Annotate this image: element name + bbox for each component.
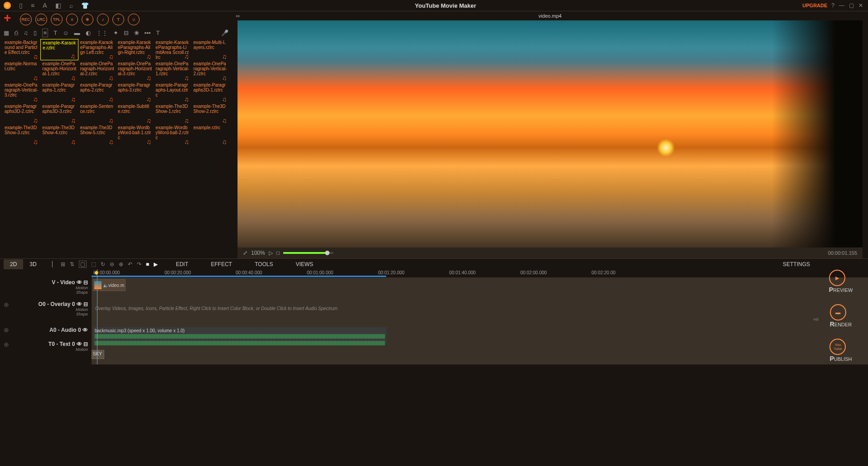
person-tool-icon[interactable]: ☺ — [128, 14, 140, 25]
media-item[interactable]: example-Paragraphs3D-3.rzlrc♫ — [40, 103, 78, 124]
layout-icon[interactable]: ▦ — [4, 29, 9, 36]
media-item[interactable]: example-Paragraphs-Layout.rzlrc♫ — [154, 82, 191, 103]
lyrics-filter-icon[interactable]: ≡ — [42, 29, 48, 37]
media-item[interactable]: example-Karaoke.rzlrc♫ — [40, 39, 78, 60]
video-clip[interactable]: 🔈video.m — [93, 279, 126, 291]
minimize-icon[interactable]: — — [838, 2, 846, 9]
bars-icon[interactable]: ▪▪▪ — [145, 29, 151, 36]
menu-tools[interactable]: TOOLS — [255, 261, 273, 267]
media-item[interactable]: example.rzlrc♫ — [192, 124, 229, 146]
rotate-icon[interactable]: ↻ — [101, 261, 105, 267]
text-clip[interactable]: SKY — [92, 350, 104, 359]
publish-action-icon[interactable]: YouTube — [829, 339, 846, 355]
align-left-icon[interactable]: ▏ — [52, 261, 56, 267]
add-button[interactable]: + — [4, 13, 16, 26]
media-item[interactable]: example-Paragraphs3D-1.rzlrc♫ — [192, 82, 229, 103]
media-item[interactable]: example-Multi-Layers.rzlrc♫ — [192, 39, 229, 60]
preview-action[interactable]: ▶ PREVIEW — [829, 270, 853, 293]
track-overlay-motion[interactable]: Motion — [9, 307, 88, 312]
redo-icon[interactable]: ↷ — [137, 261, 141, 267]
media-item[interactable]: example-The3DShow-1.rzlrc♫ — [154, 103, 191, 124]
media-item[interactable]: example-Paragraphs-3.rzlrc♫ — [116, 82, 154, 103]
tpl-button[interactable]: TPL — [51, 14, 63, 25]
media-item[interactable]: example-WordbyWord-ball-2.rzlrc♫ — [154, 124, 191, 146]
add-audio-track-icon[interactable]: ⊕ — [4, 326, 9, 334]
media-item[interactable]: example-Paragraphs3D-2.rzlrc♫ — [3, 103, 40, 124]
equalizer-tool-icon[interactable]: ♪ — [97, 14, 109, 25]
close-icon[interactable]: ✕ — [857, 2, 864, 9]
slider-icon[interactable]: ⊟ — [124, 29, 129, 36]
media-item[interactable]: example-OneParagraph-Horizontal-2.rzlrc♫ — [78, 60, 116, 82]
leaf-icon[interactable]: ❀ — [134, 29, 139, 36]
publish-action[interactable]: YouTube PUBLISH — [829, 339, 852, 362]
audio-clip[interactable]: backmusic.mp3 (speed x 1.00, volume x 1.… — [93, 327, 387, 345]
tab-3d[interactable]: 3D — [23, 259, 43, 269]
sparkle-icon[interactable]: ✦ — [113, 29, 118, 36]
help-icon[interactable]: ? — [830, 2, 836, 9]
media-item[interactable]: example-OneParagraph-Vertical-1.rzlrc♫ — [154, 60, 191, 82]
fullscreen-icon[interactable]: ⤢ — [243, 250, 247, 256]
media-item[interactable]: example-KaraokeParagraphs-LimitArea Scro… — [154, 39, 191, 60]
text-t-icon[interactable]: T — [156, 29, 160, 36]
menu-settings[interactable]: SETTINGS — [783, 261, 810, 267]
expand-icon[interactable]: ⇔ — [236, 13, 240, 19]
camera-icon[interactable]: ⎙ — [15, 29, 18, 36]
media-item[interactable]: example-Sentence.rzlrc♫ — [78, 103, 116, 124]
flower-tool-icon[interactable]: ✻ — [82, 14, 93, 25]
crop-icon[interactable]: ⬚ — [91, 261, 96, 267]
media-item[interactable]: example-Paragraphs-2.rzlrc♫ — [78, 82, 116, 103]
maximize-icon[interactable]: ▢ — [848, 2, 855, 9]
media-item[interactable]: example-OneParagraph-Vertical-2.rzlrc♫ — [192, 60, 229, 82]
menu-edit[interactable]: EDIT — [176, 261, 188, 267]
minus-icon[interactable]: ⊖ — [110, 261, 114, 267]
bullets-icon[interactable]: ⋮⋮ — [96, 29, 108, 36]
undo-icon[interactable]: ↶ — [128, 261, 132, 267]
music-note-icon[interactable]: ♫ — [24, 29, 28, 36]
battery-icon[interactable]: ▬ — [74, 29, 80, 36]
work-area[interactable] — [92, 276, 386, 277]
media-item[interactable]: example-The3DShow-5.rzlrc♫ — [78, 124, 116, 146]
render-action-icon[interactable]: ▬ — [830, 304, 846, 320]
menu-effect[interactable]: EFFECT — [211, 261, 232, 267]
rec-button[interactable]: REC — [20, 14, 32, 25]
mic-icon[interactable]: 🎤 — [221, 29, 228, 36]
zoom-level[interactable]: 100% — [251, 250, 265, 256]
media-item[interactable]: example-OneParagraph-Vertical-3.rzlrc♫ — [3, 82, 40, 103]
media-item[interactable]: example-Normal.rzlrc♫ — [3, 60, 40, 82]
stop-icon[interactable]: □ — [276, 250, 280, 256]
grid-view-icon[interactable]: ⊞ — [61, 261, 65, 267]
playhead-marker-icon[interactable]: ◆ — [94, 269, 98, 276]
add-overlay-track-icon[interactable]: ⊕ — [4, 301, 9, 308]
expand-right-icon[interactable]: ⇨ — [814, 316, 819, 323]
media-item[interactable]: example-The3DShow-4.rzlrc♫ — [40, 124, 78, 146]
text-tool-icon[interactable]: T — [112, 14, 124, 25]
shirt-icon[interactable]: 👕 — [81, 2, 89, 9]
swap-icon[interactable]: ⇅ — [70, 261, 74, 267]
upgrade-button[interactable]: UPGRADE — [802, 3, 827, 8]
media-item[interactable]: example-OneParagraph-Horizontal-3.rzlrc♫ — [116, 60, 154, 82]
media-item[interactable]: example-KaraokeParagraphs-Align-Right.rz… — [116, 39, 154, 60]
track-overlay-shape[interactable]: Shape — [9, 312, 88, 316]
video-preview[interactable] — [238, 20, 863, 248]
plus-icon[interactable]: ⊕ — [119, 261, 123, 267]
list-tool-icon[interactable]: ≡ — [66, 14, 78, 25]
playhead[interactable] — [97, 269, 97, 364]
typography-icon[interactable]: T — [53, 29, 57, 36]
contrast-icon[interactable]: ◐ — [86, 29, 91, 36]
media-item[interactable]: example-WordbyWord-ball-1.rzlrc♫ — [116, 124, 154, 146]
media-item[interactable]: example-Background and Particle Effect.r… — [3, 39, 40, 60]
media-item[interactable]: example-Paragraphs-1.rzlrc♫ — [40, 82, 78, 103]
menu-views[interactable]: VIEWS — [296, 261, 313, 267]
list-icon[interactable]: ≡ — [31, 2, 34, 9]
media-item[interactable]: example-Subtitle.rzlrc♫ — [116, 103, 154, 124]
lrc-button[interactable]: LRC — [35, 14, 47, 25]
panel-icon[interactable]: ◧ — [55, 2, 61, 9]
film-icon[interactable]: ▯ — [34, 29, 37, 36]
play-button-icon[interactable]: ▶ — [154, 261, 158, 267]
media-item[interactable]: example-KaraokeParagraphs-Align Left.rzl… — [78, 39, 116, 60]
render-action[interactable]: ▬ RENDER — [830, 304, 852, 328]
timeline-content[interactable]: 00:00:00.00000:00:20.00000:00:40.00000:0… — [92, 269, 868, 364]
book-icon[interactable]: ▯ — [19, 2, 23, 9]
tab-2d[interactable]: 2D — [4, 259, 23, 269]
media-item[interactable]: example-OneParagraph-Horizontal-1.rzlrc♫ — [40, 60, 78, 82]
